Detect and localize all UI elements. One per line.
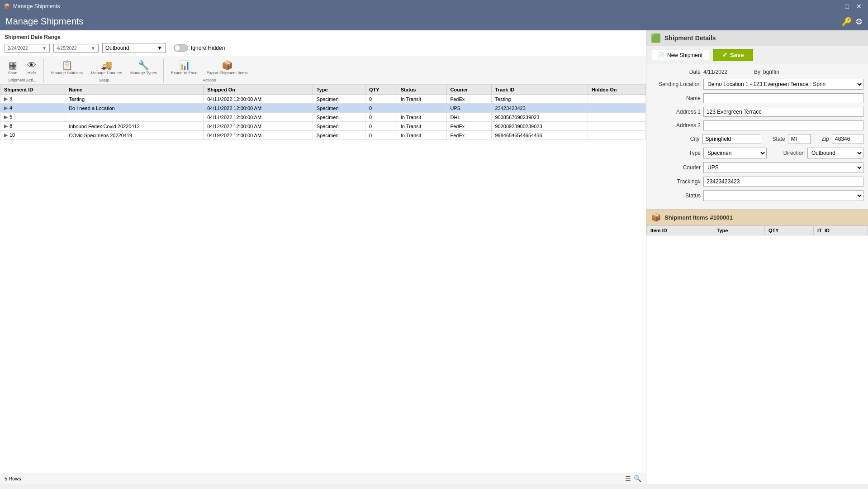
items-col-it-id: IT_ID bbox=[814, 226, 868, 235]
table-cell: 9038567090239023 bbox=[491, 113, 588, 122]
settings-icon-button[interactable]: ⚙ bbox=[855, 17, 863, 27]
toolbar: ▦ Scan 👁 Hide Shipment Acti... bbox=[0, 57, 646, 85]
scan-label: Scan bbox=[8, 71, 18, 75]
city-input[interactable] bbox=[702, 134, 761, 144]
ignore-hidden-toggle[interactable] bbox=[174, 44, 188, 52]
type-direction-row: Type Specimen Direction Outbound bbox=[651, 148, 863, 158]
status-select[interactable] bbox=[703, 190, 863, 201]
col-header-qty: QTY bbox=[365, 85, 397, 95]
hide-button[interactable]: 👁 Hide bbox=[23, 59, 41, 77]
direction-dropdown-icon: ▼ bbox=[157, 45, 162, 51]
minimize-button[interactable]: — bbox=[829, 3, 841, 10]
type-select[interactable]: Specimen bbox=[703, 148, 767, 158]
scan-button[interactable]: ▦ Scan bbox=[4, 59, 22, 77]
list-view-button[interactable]: ☰ bbox=[625, 475, 631, 482]
table-cell: 04/11/2022 12:00:00 AM bbox=[204, 113, 313, 122]
date-label: Date bbox=[651, 69, 701, 75]
table-cell: In Transit bbox=[397, 113, 446, 122]
table-cell: 0 bbox=[365, 131, 397, 140]
expand-icon: ▶ bbox=[4, 96, 8, 101]
by-label: By bbox=[747, 69, 760, 75]
tracking-row: Tracking# bbox=[651, 177, 863, 187]
table-cell: Specimen bbox=[313, 131, 365, 140]
courier-select[interactable]: UPS bbox=[703, 162, 863, 173]
direction-dropdown[interactable]: Outbound ▼ bbox=[102, 43, 166, 53]
name-input[interactable] bbox=[703, 93, 863, 103]
manage-statuses-button[interactable]: 📋 Manage Statuses bbox=[47, 59, 86, 77]
table-cell: ▶10 bbox=[0, 131, 65, 140]
table-cell: Specimen bbox=[313, 104, 365, 113]
close-button[interactable]: ✕ bbox=[854, 3, 864, 10]
new-shipment-button[interactable]: 📄 New Shipment bbox=[651, 49, 709, 61]
app-header: Manage Shipments 🔑 ⚙ bbox=[0, 13, 868, 30]
manage-statuses-icon: 📋 bbox=[62, 61, 73, 70]
col-header-track-id: Track ID bbox=[491, 85, 588, 95]
tracking-input[interactable] bbox=[703, 177, 863, 187]
name-label: Name bbox=[651, 95, 701, 101]
items-header-icon: 📦 bbox=[651, 212, 661, 222]
export-shipment-icon: 📦 bbox=[222, 61, 233, 70]
address1-row: Address 1 bbox=[651, 107, 863, 117]
state-input[interactable] bbox=[788, 134, 811, 144]
table-cell: Testing bbox=[491, 95, 588, 104]
zip-input[interactable] bbox=[832, 134, 863, 144]
manage-types-icon: 🔧 bbox=[138, 61, 149, 70]
table-cell: In Transit bbox=[397, 131, 446, 140]
app-icon: 📦 bbox=[4, 3, 10, 10]
manage-types-button[interactable]: 🔧 Manage Types bbox=[127, 59, 161, 77]
status-bar: 5 Rows ☰ 🔍 bbox=[0, 473, 646, 484]
table-cell: 23423423423 bbox=[491, 104, 588, 113]
table-cell bbox=[588, 122, 645, 131]
direction-select[interactable]: Outbound bbox=[807, 148, 863, 158]
app-title: Manage Shipments bbox=[5, 16, 83, 27]
table-cell: Specimen bbox=[313, 95, 365, 104]
setup-section-label: Setup bbox=[47, 77, 161, 82]
expand-icon: ▶ bbox=[4, 132, 8, 138]
table-cell bbox=[65, 113, 204, 122]
key-icon-button[interactable]: 🔑 bbox=[842, 17, 852, 27]
city-state-zip-row: City State Zip bbox=[651, 134, 863, 144]
courier-row: Courier UPS bbox=[651, 162, 863, 173]
col-header-type: Type bbox=[313, 85, 365, 95]
title-bar-left: 📦 Manage Shipments bbox=[4, 3, 60, 10]
table-cell: COvid Specimens 20220419 bbox=[65, 131, 204, 140]
scan-icon: ▦ bbox=[9, 61, 17, 70]
table-cell: 0 bbox=[365, 95, 397, 104]
table-row[interactable]: ▶8Inbound Fedex Covid 2022041204/12/2022… bbox=[0, 122, 646, 131]
table-cell: ▶5 bbox=[0, 113, 65, 122]
items-col-type: Type bbox=[713, 226, 764, 235]
manage-couriers-button[interactable]: 🚚 Manage Couriers bbox=[87, 59, 126, 77]
filter-controls: 2/24/2022 ▼ 4/25/2022 ▼ Outbound ▼ Ignor… bbox=[5, 43, 641, 53]
start-date-input[interactable]: 2/24/2022 ▼ bbox=[5, 44, 50, 53]
direction-label: Direction bbox=[773, 150, 805, 156]
table-cell bbox=[588, 104, 645, 113]
sending-location-select[interactable]: Demo Location 1 - 123 Evergreen Terrace … bbox=[703, 79, 863, 90]
direction-value: Outbound bbox=[105, 45, 129, 51]
table-row[interactable]: ▶10COvid Specimens 2022041904/19/2022 12… bbox=[0, 131, 646, 140]
end-date-input[interactable]: 4/25/2022 ▼ bbox=[53, 44, 99, 53]
ignore-hidden-toggle-wrap: Ignore Hidden bbox=[174, 44, 225, 52]
table-row[interactable]: ▶4Do I need a Location04/11/2022 12:00:0… bbox=[0, 104, 646, 113]
table-cell: FedEx bbox=[446, 131, 491, 140]
by-value: bgriffin bbox=[763, 69, 779, 75]
export-to-excel-button[interactable]: 📊 Export to Excel bbox=[167, 59, 202, 77]
date-by-row: Date 4/11/2022 By bgriffin bbox=[651, 69, 863, 75]
table-row[interactable]: ▶504/11/2022 12:00:00 AMSpecimen0In Tran… bbox=[0, 113, 646, 122]
manage-statuses-label: Manage Statuses bbox=[51, 71, 83, 75]
maximize-button[interactable]: □ bbox=[843, 3, 852, 10]
search-button[interactable]: 🔍 bbox=[634, 475, 641, 482]
export-shipment-items-button[interactable]: 📦 Export Shipment Items bbox=[203, 59, 251, 77]
title-bar-controls[interactable]: — □ ✕ bbox=[829, 3, 864, 10]
table-cell: 0 bbox=[365, 104, 397, 113]
new-shipment-label: New Shipment bbox=[667, 52, 702, 58]
table-row[interactable]: ▶3Testing04/11/2022 12:00:00 AMSpecimen0… bbox=[0, 95, 646, 104]
table-cell: FedEx bbox=[446, 95, 491, 104]
address1-input[interactable] bbox=[703, 107, 863, 117]
actions-section-label: Actions bbox=[167, 77, 251, 82]
name-row: Name bbox=[651, 93, 863, 103]
sending-location-row: Sending Location Demo Location 1 - 123 E… bbox=[651, 79, 863, 90]
address2-input[interactable] bbox=[703, 120, 863, 130]
table-cell: 04/12/2022 12:00:00 AM bbox=[204, 122, 313, 131]
save-button[interactable]: ✔ Save bbox=[713, 49, 753, 61]
table-cell: 90200923900239023 bbox=[491, 122, 588, 131]
